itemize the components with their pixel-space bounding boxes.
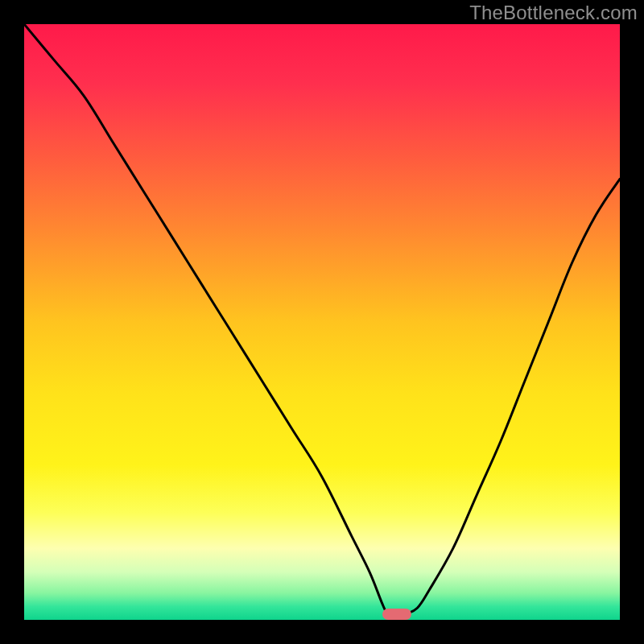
plot-area <box>24 24 620 620</box>
chart-frame: TheBottleneck.com <box>0 0 644 644</box>
bottleneck-curve <box>24 24 620 620</box>
minimum-marker <box>382 609 411 620</box>
watermark-text: TheBottleneck.com <box>469 2 638 24</box>
